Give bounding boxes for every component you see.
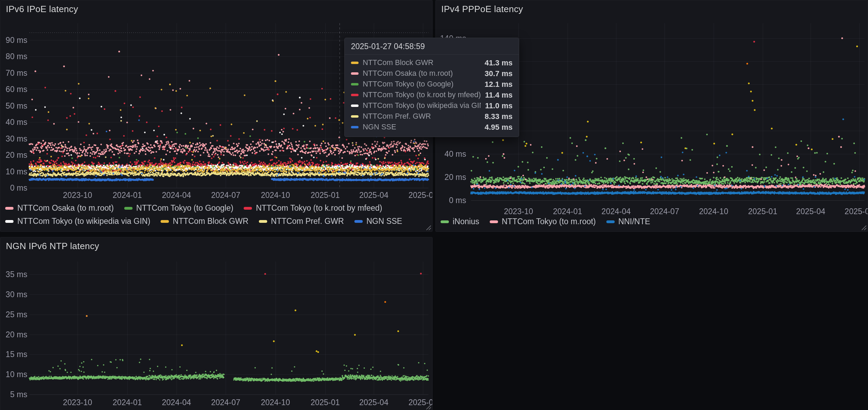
x-tick-label: 2024-10	[261, 191, 290, 199]
x-tick-label: 2024-01	[553, 207, 582, 216]
y-tick-label: 15 ms	[0, 350, 27, 358]
y-tick-label: 30 ms	[0, 290, 27, 299]
grafana-dashboard: IPv6 IPoE latency 0 ms10 ms20 ms30 ms40 …	[0, 0, 868, 410]
y-tick-label: 80 ms	[0, 52, 27, 61]
legend-series-chip	[124, 207, 133, 210]
legend-item[interactable]: NGN SSE	[354, 217, 403, 226]
legend-series-label: NTTCom Tokyo (to Google)	[136, 204, 234, 212]
tooltip-series-chip	[351, 83, 359, 85]
legend-series-label: NGN SSE	[367, 217, 403, 226]
x-tick-label: 2023-10	[504, 207, 533, 216]
tooltip-series-name: NTTCom Pref. GWR	[363, 112, 480, 121]
legend-item[interactable]: NNI/NTE	[606, 217, 650, 226]
tooltip-series-value: 11.0 ms	[485, 101, 513, 110]
tooltip-series-row: NTTCom Tokyo (to k.root by mfeed)11.4 ms	[351, 90, 513, 100]
y-tick-label: 20 ms	[436, 173, 466, 181]
x-tick-label: 2023-10	[63, 398, 92, 407]
legend-series-chip	[161, 220, 169, 223]
y-tick-label: 0 ms	[436, 196, 466, 204]
y-tick-label: 40 ms	[436, 150, 466, 158]
tooltip-series-row: NTTCom Block GWR41.3 ms	[351, 57, 513, 68]
legend-ipv4-pppoe: iNoniusNTTCom Tokyo (to m.root)NNI/NTE	[441, 217, 864, 226]
tooltip-series-value: 30.7 ms	[485, 69, 513, 78]
tooltip-series-row: NTTCom Tokyo (to wikipedia via GIN)11.0 …	[351, 100, 513, 111]
x-tick-label: 2024-01	[113, 191, 142, 199]
tooltip-series-row: NTTCom Tokyo (to Google)12.1 ms	[351, 79, 513, 90]
x-tick-label: 2024-10	[699, 207, 728, 216]
y-tick-label: 20 ms	[0, 330, 27, 339]
tooltip-series-list: NTTCom Block GWR41.3 msNTTCom Osaka (to …	[345, 55, 519, 137]
tooltip-series-name: NTTCom Tokyo (to Google)	[363, 80, 480, 89]
y-tick-label: 10 ms	[0, 167, 27, 176]
legend-series-chip	[354, 220, 363, 223]
x-tick-label: 2025-04	[359, 191, 388, 199]
x-tick-label: 2024-07	[650, 207, 679, 216]
y-tick-label: 70 ms	[0, 69, 27, 77]
legend-series-label: NTTCom Tokyo (to k.root by mfeed)	[256, 204, 382, 212]
x-tick-label: 2025-01	[310, 191, 340, 199]
tooltip-series-chip	[351, 126, 359, 128]
legend-item[interactable]: NTTCom Tokyo (to k.root by mfeed)	[244, 204, 382, 212]
x-tick-label: 2024-04	[162, 398, 191, 407]
legend-series-label: NTTCom Osaka (to m.root)	[17, 204, 114, 212]
y-tick-label: 5 ms	[0, 390, 27, 399]
legend-series-chip	[259, 220, 267, 223]
y-tick-label: 25 ms	[0, 310, 27, 319]
x-tick-label: 2025-01	[310, 398, 340, 407]
y-tick-label: 20 ms	[0, 151, 27, 159]
tooltip-series-row: NGN SSE4.95 ms	[351, 122, 513, 133]
x-tick-label: 2025-01	[748, 207, 777, 216]
tooltip-series-chip	[351, 62, 359, 64]
legend-item[interactable]: NTTCom Pref. GWR	[259, 217, 344, 226]
legend-series-label: NTTCom Block GWR	[173, 217, 248, 226]
legend-item[interactable]: NTTCom Block GWR	[161, 217, 248, 226]
x-tick-label: 2024-04	[162, 191, 191, 199]
x-tick-label: 2024-07	[211, 191, 240, 199]
tooltip-series-row: NTTCom Pref. GWR8.33 ms	[351, 111, 513, 122]
tooltip-series-name: NGN SSE	[363, 123, 480, 131]
x-tick-label: 2024-01	[113, 398, 142, 407]
legend-series-chip	[490, 220, 498, 223]
tooltip-series-name: NTTCom Tokyo (to wikipedia via GIN)	[363, 101, 481, 110]
legend-series-chip	[441, 220, 449, 223]
x-tick-label: 2025-07	[844, 207, 868, 216]
y-tick-label: 40 ms	[0, 118, 27, 126]
legend-item[interactable]: NTTCom Osaka (to m.root)	[5, 204, 114, 212]
legend-series-chip	[606, 220, 615, 223]
x-tick-label: 2025-04	[359, 398, 388, 407]
y-tick-label: 50 ms	[0, 102, 27, 110]
legend-item[interactable]: iNonius	[441, 217, 479, 226]
legend-item[interactable]: NTTCom Tokyo (to wikipedia via GIN)	[5, 217, 150, 226]
panel-ngn-ipv6-ntp-latency: NGN IPv6 NTP latency 5 ms10 ms15 ms20 ms…	[0, 237, 433, 410]
tooltip-series-value: 4.95 ms	[485, 123, 513, 132]
legend-series-label: NTTCom Tokyo (to wikipedia via GIN)	[17, 217, 150, 226]
panel-resize-handle-icon[interactable]	[426, 225, 431, 230]
tooltip-series-name: NTTCom Tokyo (to k.root by mfeed)	[363, 91, 481, 99]
panel-resize-handle-icon[interactable]	[426, 404, 431, 410]
tooltip-series-chip	[351, 72, 359, 75]
tooltip-series-chip	[351, 115, 359, 118]
legend-series-label: NTTCom Pref. GWR	[271, 217, 344, 226]
y-tick-label: 10 ms	[0, 370, 27, 379]
legend-item[interactable]: NTTCom Tokyo (to Google)	[124, 204, 234, 212]
legend-series-chip	[244, 207, 252, 210]
y-tick-label: 30 ms	[0, 135, 27, 143]
tooltip-series-value: 41.3 ms	[485, 58, 513, 67]
panel-title-ipv4-pppoe[interactable]: IPv4 PPPoE latency	[441, 4, 523, 15]
tooltip-series-name: NTTCom Block GWR	[363, 58, 480, 67]
tooltip-series-name: NTTCom Osaka (to m.root)	[363, 69, 480, 78]
legend-item[interactable]: NTTCom Tokyo (to m.root)	[490, 217, 596, 226]
panel-resize-handle-icon[interactable]	[861, 225, 867, 230]
x-tick-label: 2024-04	[602, 207, 631, 216]
x-tick-label: 2025-04	[796, 207, 825, 216]
x-tick-label: 2023-10	[63, 191, 92, 199]
scatter-plot-ngn-ntp[interactable]	[0, 237, 433, 410]
tooltip-series-chip	[351, 94, 359, 96]
legend-series-chip	[5, 207, 13, 210]
tooltip-timestamp: 2025-01-27 04:58:59	[345, 38, 519, 54]
tooltip-series-row: NTTCom Osaka (to m.root)30.7 ms	[351, 68, 513, 79]
tooltip-series-chip	[351, 104, 359, 107]
panel-title-ngn-ntp[interactable]: NGN IPv6 NTP latency	[6, 241, 99, 252]
legend-series-label: NTTCom Tokyo (to m.root)	[502, 217, 596, 226]
panel-title-ipv6-ipoe[interactable]: IPv6 IPoE latency	[6, 4, 78, 15]
